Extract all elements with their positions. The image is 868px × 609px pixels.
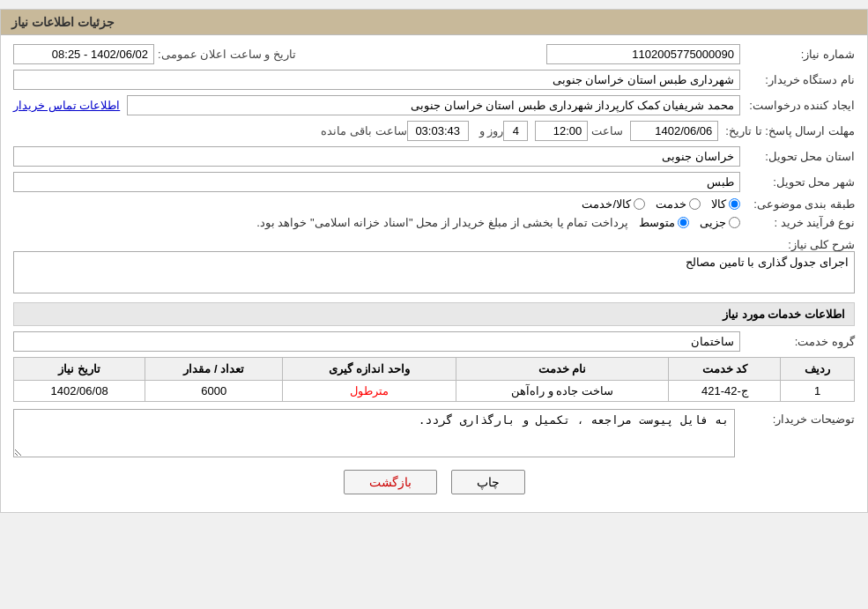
row-gorooh: گروه خدمت: ساختمان xyxy=(13,331,855,352)
row-sharh: شرح کلی نیاز: اجرای جدول گذاری با تامین … xyxy=(13,234,855,293)
col-tedad: تعداد / مقدار xyxy=(145,358,283,381)
mohlat-baghimande: 03:03:43 xyxy=(407,121,469,141)
col-tarikh: تاریخ نیاز xyxy=(14,358,145,381)
row-nooe-farayand: نوع فرآیند خرید : جزیی متوسط پرداخت تمام… xyxy=(13,216,855,229)
tabaqe-khadmat-radio[interactable] xyxy=(689,198,701,210)
cell-tarikh: 1402/06/08 xyxy=(14,381,145,402)
khadamat-section-title: اطلاعات خدمات مورد نیاز xyxy=(13,302,855,326)
col-vahed: واحد اندازه گیری xyxy=(283,358,456,381)
buyer-notes-row: توضیحات خریدار: به فایل پیوست مراجعه ، ت… xyxy=(13,409,855,457)
tabaqe-kala-khadmat-label: کالا/خدمت xyxy=(582,197,631,211)
shomara-niaz-label: شماره نیاز: xyxy=(740,48,855,61)
col-nam: نام خدمت xyxy=(456,358,668,381)
nam-dastgah-label: نام دستگاه خریدار: xyxy=(740,73,855,86)
tabaqe-kala-label: کالا xyxy=(711,197,726,211)
nooe-mottaset-label: متوسط xyxy=(639,216,675,229)
nam-dastgah-value: شهرداری طبس استان خراسان جنوبی xyxy=(13,70,740,90)
cell-nam: ساخت جاده و راه‌آهن xyxy=(456,381,668,402)
footer-buttons: چاپ بازگشت xyxy=(13,470,855,494)
gorooh-value: ساختمان xyxy=(13,331,740,352)
row-ostan: استان محل تحویل: خراسان جنوبی xyxy=(13,146,855,167)
row-nam-dastgah: نام دستگاه خریدار: شهرداری طبس استان خرا… xyxy=(13,70,855,90)
tabaqe-khadmat: خدمت xyxy=(656,197,701,211)
row-mohlat: مهلت ارسال پاسخ: تا تاریخ: 1402/06/06 سا… xyxy=(13,121,855,141)
cell-tedad: 6000 xyxy=(145,381,283,402)
tabaqe-kala-khadmat: کالا/خدمت xyxy=(582,197,645,211)
tabaqe-khadmat-label: خدمت xyxy=(656,197,686,211)
cell-vahed: مترطول xyxy=(283,381,456,402)
print-button[interactable]: چاپ xyxy=(451,470,525,494)
section-header: جزئیات اطلاعات نیاز xyxy=(1,10,867,35)
nooe-mottaset: متوسط xyxy=(639,216,689,229)
tarikh-vasat-value: 1402/06/02 - 08:25 xyxy=(13,44,154,64)
mohlat-label: مهلت ارسال پاسخ: تا تاریخ: xyxy=(718,124,855,137)
nooe-jozi-radio[interactable] xyxy=(729,217,740,228)
col-kod: کد خدمت xyxy=(669,358,781,381)
nooe-mottaset-radio[interactable] xyxy=(678,217,689,228)
row-shomara: شماره نیاز: 1102005775000090 تاریخ و ساع… xyxy=(13,44,855,64)
nooe-note: پرداخت تمام یا بخشی از مبلغ خریدار از مح… xyxy=(256,216,628,229)
cell-kod: ج-42-421 xyxy=(669,381,781,402)
col-radif: ردیف xyxy=(781,358,855,381)
shomara-niaz-value: 1102005775000090 xyxy=(546,44,740,64)
mohlat-baghimande-label: ساعت باقی مانده xyxy=(317,124,406,137)
gorooh-label: گروه خدمت: xyxy=(740,335,855,348)
page-title: جزئیات اطلاعات نیاز xyxy=(11,15,115,29)
tarikh-vasat-label: تاریخ و ساعت اعلان عمومی: xyxy=(154,48,296,61)
mohlat-roz-label: روز و xyxy=(476,124,504,137)
row-shahr: شهر محل تحویل: طبس xyxy=(13,172,855,192)
mohlat-roz: 4 xyxy=(503,121,528,141)
row-tabaqe: طبقه بندی موضوعی: کالا خدمت کالا/خدمت xyxy=(13,197,855,211)
tabaqe-label: طبقه بندی موضوعی: xyxy=(740,197,855,211)
ijad-konande-label: ایجاد کننده درخواست: xyxy=(740,99,855,112)
tawsif-textarea[interactable]: به فایل پیوست مراجعه ، تکمیل و بارگذاری … xyxy=(13,409,735,457)
back-button[interactable]: بازگشت xyxy=(344,470,437,494)
content-area: شماره نیاز: 1102005775000090 تاریخ و ساع… xyxy=(1,35,867,512)
ettelaat-tamas-link[interactable]: اطلاعات تماس خریدار xyxy=(13,99,120,112)
mohlat-saat: 12:00 xyxy=(535,121,588,141)
tabaqe-radio-group: کالا خدمت کالا/خدمت xyxy=(13,197,740,211)
tabaqe-kala: کالا xyxy=(711,197,740,211)
tabaqe-kala-khadmat-radio[interactable] xyxy=(634,198,645,210)
cell-radif: 1 xyxy=(781,381,855,402)
mohlat-saat-label: ساعت xyxy=(588,124,623,137)
nooe-farayand-label: نوع فرآیند خرید : xyxy=(740,216,855,229)
main-container: جزئیات اطلاعات نیاز شماره نیاز: 11020057… xyxy=(0,9,868,513)
tabaqe-kala-radio[interactable] xyxy=(729,198,740,210)
mohlat-date: 1402/06/06 xyxy=(630,121,718,141)
tawsif-label: توضیحات خریدار: xyxy=(740,409,855,426)
nooe-jozi-label: جزیی xyxy=(700,216,726,229)
sharh-textarea[interactable]: اجرای جدول گذاری با تامین مصالح xyxy=(13,251,855,293)
shahr-label: شهر محل تحویل: xyxy=(740,175,855,189)
ostan-value: خراسان جنوبی xyxy=(13,146,740,167)
shahr-value: طبس xyxy=(13,172,740,192)
table-row: 1 ج-42-421 ساخت جاده و راه‌آهن مترطول 60… xyxy=(14,381,855,402)
nooe-jozi: جزیی xyxy=(700,216,740,229)
ijad-konande-value: محمد شریفیان کمک کارپرداز شهرداری طبس اس… xyxy=(127,95,740,115)
nooe-radio-group: جزیی متوسط پرداخت تمام یا بخشی از مبلغ خ… xyxy=(13,216,740,229)
row-ijad-konande: ایجاد کننده درخواست: محمد شریفیان کمک کا… xyxy=(13,95,855,115)
services-table: ردیف کد خدمت نام خدمت واحد اندازه گیری ت… xyxy=(13,357,855,402)
sharh-label: شرح کلی نیاز: xyxy=(740,234,855,251)
ostan-label: استان محل تحویل: xyxy=(740,150,855,163)
